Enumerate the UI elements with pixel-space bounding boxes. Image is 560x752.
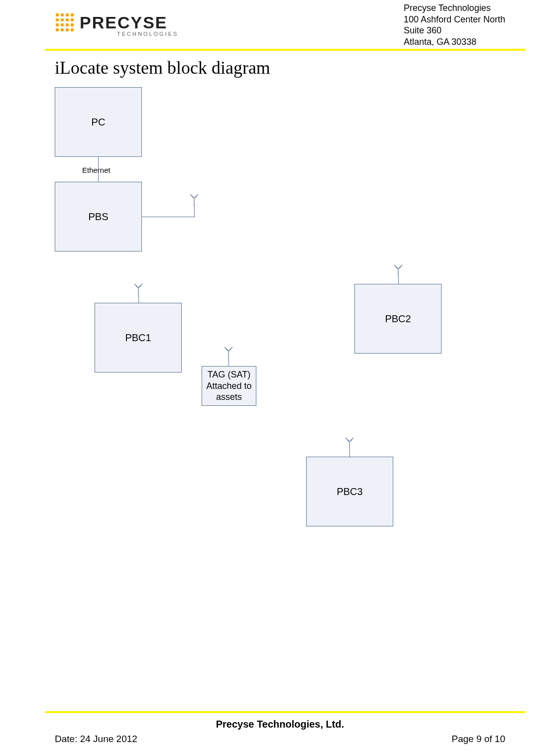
company-address: Precyse Technologies 100 Ashford Center … (404, 2, 505, 47)
address-line: Atlanta, GA 30338 (404, 36, 505, 48)
page-header: PRECYSE TECHNOLOGIES Precyse Technologie… (0, 0, 560, 49)
logo-subtext: TECHNOLOGIES (117, 31, 178, 37)
connector (398, 276, 399, 284)
footer-page: Page 9 of 10 (451, 734, 505, 745)
address-line: 100 Ashford Center North (404, 14, 505, 25)
node-pbc3: PBC3 (306, 457, 393, 526)
connector (142, 217, 194, 217)
connector (194, 204, 195, 217)
node-pbs: PBS (55, 182, 142, 251)
page-title: iLocate system block diagram (55, 57, 270, 78)
address-line: Precyse Technologies (404, 2, 505, 14)
logo-icon (55, 12, 75, 32)
block-diagram: PC Ethernet PBS PBC1 PBC2 TAG (SAT) Atta… (55, 87, 478, 610)
page-footer: Precyse Technologies, Ltd. Date: 24 June… (0, 716, 560, 752)
tag-line: assets (206, 391, 251, 403)
footer-company: Precyse Technologies, Ltd. (0, 719, 560, 730)
footer-date: Date: 24 June 2012 (55, 734, 137, 745)
antenna-icon (224, 346, 233, 359)
ethernet-label: Ethernet (82, 166, 111, 174)
antenna-icon (133, 283, 143, 295)
node-pc: PC (55, 87, 142, 157)
address-line: Suite 360 (404, 25, 505, 36)
logo-text: PRECYSE (80, 13, 168, 32)
node-pbc1: PBC1 (95, 303, 182, 373)
antenna-icon (393, 264, 403, 276)
connector (349, 449, 350, 457)
antenna-icon (344, 437, 354, 449)
tag-line: TAG (SAT) (206, 369, 251, 380)
tag-line: Attached to (206, 380, 251, 392)
divider-bottom (45, 711, 525, 713)
divider-top (45, 49, 525, 51)
company-logo: PRECYSE (55, 12, 168, 32)
connector (138, 295, 139, 303)
node-pbc2: PBC2 (354, 284, 442, 354)
connector (228, 359, 229, 366)
antenna-icon (189, 193, 199, 206)
node-tag: TAG (SAT) Attached to assets (202, 366, 256, 406)
